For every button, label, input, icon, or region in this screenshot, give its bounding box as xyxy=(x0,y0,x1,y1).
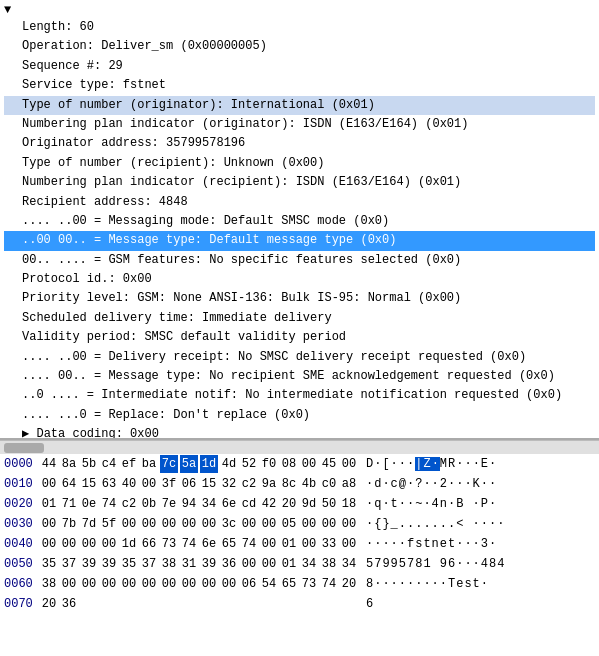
hex-byte-6-2[interactable]: 00 xyxy=(80,575,98,593)
hex-byte-7-0[interactable]: 20 xyxy=(40,595,58,613)
hex-byte-2-0[interactable]: 01 xyxy=(40,495,58,513)
hex-byte-0-4[interactable]: ef xyxy=(120,455,138,473)
hex-byte-4-7[interactable]: 74 xyxy=(180,535,198,553)
detail-panel[interactable]: ▼ Length: 60Operation: Deliver_sm (0x000… xyxy=(0,0,599,440)
hex-byte-1-7[interactable]: 06 xyxy=(180,475,198,493)
hex-byte-2-1[interactable]: 71 xyxy=(60,495,78,513)
hex-byte-1-2[interactable]: 15 xyxy=(80,475,98,493)
hex-byte-0-10[interactable]: 52 xyxy=(240,455,258,473)
hex-byte-6-5[interactable]: 00 xyxy=(140,575,158,593)
hex-byte-3-6[interactable]: 00 xyxy=(160,515,178,533)
hex-byte-5-15[interactable]: 34 xyxy=(340,555,358,573)
hex-byte-4-4[interactable]: 1d xyxy=(120,535,138,553)
hex-byte-0-5[interactable]: ba xyxy=(140,455,158,473)
hex-byte-0-8[interactable]: 1d xyxy=(200,455,218,473)
hex-byte-2-3[interactable]: 74 xyxy=(100,495,118,513)
hex-byte-2-6[interactable]: 7e xyxy=(160,495,178,513)
hex-byte-4-15[interactable]: 00 xyxy=(340,535,358,553)
hex-byte-1-5[interactable]: 00 xyxy=(140,475,158,493)
hex-byte-3-7[interactable]: 00 xyxy=(180,515,198,533)
hex-byte-0-15[interactable]: 00 xyxy=(340,455,358,473)
hex-byte-3-3[interactable]: 5f xyxy=(100,515,118,533)
hex-byte-2-5[interactable]: 0b xyxy=(140,495,158,513)
hex-byte-0-14[interactable]: 45 xyxy=(320,455,338,473)
hex-byte-0-6[interactable]: 7c xyxy=(160,455,178,473)
hex-byte-0-11[interactable]: f0 xyxy=(260,455,278,473)
scrollbar-thumb[interactable] xyxy=(4,443,44,453)
hex-byte-5-14[interactable]: 38 xyxy=(320,555,338,573)
hex-byte-6-15[interactable]: 20 xyxy=(340,575,358,593)
hex-byte-3-15[interactable]: 00 xyxy=(340,515,358,533)
hex-byte-2-8[interactable]: 34 xyxy=(200,495,218,513)
hex-byte-3-9[interactable]: 3c xyxy=(220,515,238,533)
hex-byte-6-6[interactable]: 00 xyxy=(160,575,178,593)
hex-byte-0-12[interactable]: 08 xyxy=(280,455,298,473)
hex-byte-3-4[interactable]: 00 xyxy=(120,515,138,533)
hex-byte-4-6[interactable]: 73 xyxy=(160,535,178,553)
hex-byte-3-10[interactable]: 00 xyxy=(240,515,258,533)
hex-byte-1-8[interactable]: 15 xyxy=(200,475,218,493)
hex-byte-2-7[interactable]: 94 xyxy=(180,495,198,513)
hex-byte-5-8[interactable]: 39 xyxy=(200,555,218,573)
hex-byte-6-0[interactable]: 38 xyxy=(40,575,58,593)
hex-byte-1-9[interactable]: 32 xyxy=(220,475,238,493)
hex-byte-1-10[interactable]: c2 xyxy=(240,475,258,493)
hex-byte-4-14[interactable]: 33 xyxy=(320,535,338,553)
hex-byte-6-12[interactable]: 65 xyxy=(280,575,298,593)
hex-byte-5-3[interactable]: 39 xyxy=(100,555,118,573)
hex-byte-2-13[interactable]: 9d xyxy=(300,495,318,513)
hex-byte-6-9[interactable]: 00 xyxy=(220,575,238,593)
hex-byte-1-14[interactable]: c0 xyxy=(320,475,338,493)
hex-byte-4-5[interactable]: 66 xyxy=(140,535,158,553)
hex-byte-2-10[interactable]: cd xyxy=(240,495,258,513)
hex-byte-5-5[interactable]: 37 xyxy=(140,555,158,573)
hex-byte-6-4[interactable]: 00 xyxy=(120,575,138,593)
hex-byte-2-12[interactable]: 20 xyxy=(280,495,298,513)
hex-byte-3-1[interactable]: 7b xyxy=(60,515,78,533)
hex-byte-2-4[interactable]: c2 xyxy=(120,495,138,513)
hex-byte-3-8[interactable]: 00 xyxy=(200,515,218,533)
hex-byte-3-14[interactable]: 00 xyxy=(320,515,338,533)
hex-byte-6-11[interactable]: 54 xyxy=(260,575,278,593)
hex-byte-1-0[interactable]: 00 xyxy=(40,475,58,493)
hex-byte-2-11[interactable]: 42 xyxy=(260,495,278,513)
hex-byte-4-11[interactable]: 00 xyxy=(260,535,278,553)
hex-byte-2-9[interactable]: 6e xyxy=(220,495,238,513)
hex-byte-0-1[interactable]: 8a xyxy=(60,455,78,473)
hex-byte-0-3[interactable]: c4 xyxy=(100,455,118,473)
hex-byte-2-14[interactable]: 50 xyxy=(320,495,338,513)
hex-byte-6-7[interactable]: 00 xyxy=(180,575,198,593)
hex-byte-0-2[interactable]: 5b xyxy=(80,455,98,473)
hex-byte-4-0[interactable]: 00 xyxy=(40,535,58,553)
hex-byte-0-13[interactable]: 00 xyxy=(300,455,318,473)
collapse-icon[interactable]: ▼ xyxy=(4,3,11,17)
hex-byte-4-13[interactable]: 00 xyxy=(300,535,318,553)
hex-byte-3-13[interactable]: 00 xyxy=(300,515,318,533)
hex-byte-6-8[interactable]: 00 xyxy=(200,575,218,593)
horizontal-scrollbar[interactable] xyxy=(0,440,599,454)
hex-byte-1-12[interactable]: 8c xyxy=(280,475,298,493)
hex-byte-3-0[interactable]: 00 xyxy=(40,515,58,533)
hex-byte-1-3[interactable]: 63 xyxy=(100,475,118,493)
hex-byte-3-5[interactable]: 00 xyxy=(140,515,158,533)
hex-byte-5-6[interactable]: 38 xyxy=(160,555,178,573)
hex-byte-6-14[interactable]: 74 xyxy=(320,575,338,593)
hex-byte-5-10[interactable]: 00 xyxy=(240,555,258,573)
hex-byte-4-10[interactable]: 74 xyxy=(240,535,258,553)
hex-byte-6-1[interactable]: 00 xyxy=(60,575,78,593)
hex-byte-7-1[interactable]: 36 xyxy=(60,595,78,613)
hex-byte-4-8[interactable]: 6e xyxy=(200,535,218,553)
hex-byte-4-3[interactable]: 00 xyxy=(100,535,118,553)
hex-byte-1-11[interactable]: 9a xyxy=(260,475,278,493)
hex-byte-2-2[interactable]: 0e xyxy=(80,495,98,513)
hex-byte-6-10[interactable]: 06 xyxy=(240,575,258,593)
hex-byte-5-7[interactable]: 31 xyxy=(180,555,198,573)
hex-byte-4-12[interactable]: 01 xyxy=(280,535,298,553)
hex-byte-5-9[interactable]: 36 xyxy=(220,555,238,573)
hex-byte-5-13[interactable]: 34 xyxy=(300,555,318,573)
hex-byte-5-1[interactable]: 37 xyxy=(60,555,78,573)
hex-byte-4-1[interactable]: 00 xyxy=(60,535,78,553)
hex-byte-6-3[interactable]: 00 xyxy=(100,575,118,593)
hex-byte-4-9[interactable]: 65 xyxy=(220,535,238,553)
hex-byte-5-0[interactable]: 35 xyxy=(40,555,58,573)
